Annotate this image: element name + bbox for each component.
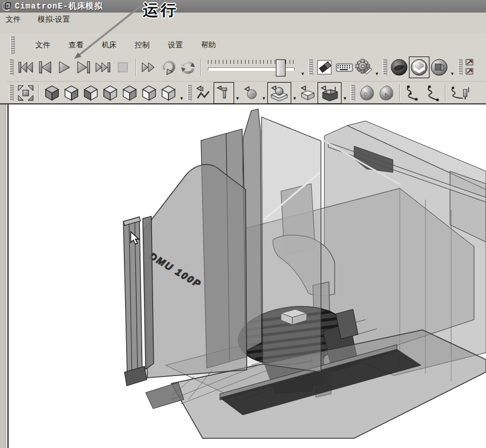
path-mode-2-button[interactable] [423,83,442,103]
replay-button[interactable] [159,57,178,78]
menu-file[interactable]: 文件 [5,13,22,26]
machine-front-columns [123,216,154,386]
sim-menu-settings[interactable]: 设置 [167,39,184,51]
window-title: CimatronE-机床模拟 [15,1,103,11]
stop-button[interactable] [113,57,132,78]
toolbar-drag-handle[interactable] [9,85,14,101]
show-machine-button[interactable] [318,82,342,104]
show-fixture-button[interactable] [298,83,318,103]
toolbar-separator [38,84,39,102]
fast-forward-button[interactable] [139,57,159,78]
speed-slider[interactable] [207,58,297,77]
app-window: E CimatronE-机床模拟 文件 模拟-设置 文件 查看 机床 控制 设置… [0,0,486,448]
iso-view-5-button[interactable] [120,83,139,103]
menu-sim-settings[interactable]: 模拟-设置 [37,13,71,26]
title-bar[interactable]: E CimatronE-机床模拟 [0,0,486,13]
iso-view-3-button[interactable] [81,83,101,103]
window-arrange-icons[interactable] [465,57,475,78]
cimatron-logo-icon: E [1,1,13,12]
show-stock-button[interactable] [267,82,291,104]
gear-dropdown-arrow[interactable]: ▼ [373,71,380,76]
iso-view-4-button[interactable] [101,83,120,103]
playback-toolbar: ▼ [7,55,475,80]
stock-compare-1-button[interactable] [358,83,377,103]
slider-dropdown-arrow[interactable]: ▼ [299,71,306,76]
play-button[interactable] [55,57,74,78]
assembly-view-button[interactable] [429,57,449,78]
menu-drag-handle[interactable] [10,37,15,54]
view-toolbar: ▼ ▼ [7,81,486,104]
sim-toolbar-zone: 文件 查看 机床 控制 设置 帮助 [0,33,486,104]
path-mode-1-button[interactable] [403,83,423,103]
iso-view-1-button[interactable] [42,83,62,103]
step-back-button[interactable] [35,57,55,78]
render-dropdown-arrow[interactable]: ▼ [449,71,456,76]
slider-thumb[interactable] [276,59,286,76]
show-tool-button[interactable] [214,82,234,104]
main-menu-bar: 文件 模拟-设置 [0,13,486,26]
show-toolpath-button[interactable] [194,83,214,103]
workpiece-dropdown-arrow[interactable]: ▼ [260,96,267,101]
toolbar-separator [135,59,136,76]
go-to-start-button[interactable] [16,57,35,78]
machine-dropdown-arrow[interactable]: ▼ [342,96,348,101]
toolbar-separator [445,84,446,102]
toolbar-separator [399,84,400,102]
machine-3d-view[interactable]: DMU 100P [0,104,486,448]
toolbar-drag-handle[interactable] [458,59,463,75]
toolbar-drag-handle[interactable] [351,85,355,101]
sim-menu-bar: 文件 查看 机床 控制 设置 帮助 [8,38,217,53]
sim-menu-machine[interactable]: 机床 [101,39,118,51]
play-to-next-button[interactable] [74,57,94,78]
erase-material-button[interactable] [315,57,335,78]
toolbar-drag-handle[interactable] [187,85,192,101]
shaded-view-button[interactable] [389,57,409,78]
path-with-tool-button[interactable] [449,83,472,103]
iso-view-7-button[interactable] [159,83,178,103]
toolbar-separator [200,59,202,76]
sim-menu-file[interactable]: 文件 [34,39,51,51]
stock-dropdown-arrow[interactable]: ▼ [291,96,298,101]
iso-view-2-button[interactable] [62,83,81,103]
fit-all-button[interactable] [16,83,35,103]
svg-text:E: E [6,3,10,9]
nut-shaded-view-button[interactable] [409,56,429,78]
keyboard-button[interactable] [335,57,354,78]
sim-menu-control[interactable]: 控制 [134,39,151,51]
views-dropdown-arrow[interactable]: ▼ [178,96,185,101]
viewport[interactable]: DMU 100P [0,104,486,448]
tool-dropdown-arrow[interactable]: ▼ [234,96,241,101]
toolbar-drag-handle[interactable] [9,59,14,75]
toolbar-drag-handle[interactable] [308,59,313,75]
stock-compare-2-button[interactable] [377,83,396,103]
gear-settings-button[interactable] [354,57,373,78]
go-to-end-button[interactable] [94,57,113,78]
sim-menu-view[interactable]: 查看 [67,39,85,51]
iso-view-6-button[interactable] [139,83,159,103]
loop-button[interactable] [178,57,198,78]
sim-menu-help[interactable]: 帮助 [200,39,217,51]
show-workpiece-button[interactable] [241,83,260,103]
toolbar-drag-handle[interactable] [383,59,387,75]
annotation-run-label: 运行 [143,0,178,21]
